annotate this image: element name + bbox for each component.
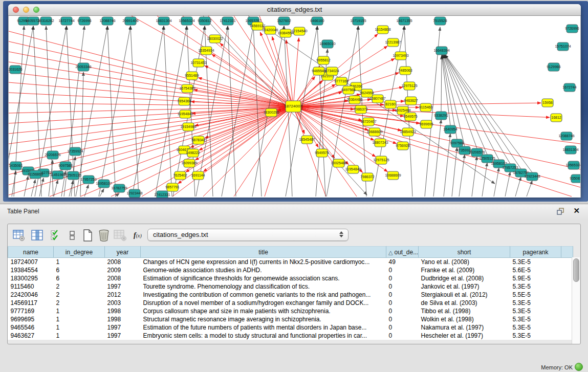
show-columns-icon[interactable] [30, 228, 45, 243]
cell-short[interactable]: Tibbo et al. (1998) [419, 307, 510, 315]
cell-out_degree[interactable]: 0 [386, 282, 419, 291]
graph-node-selected[interactable]: 7625402 [173, 171, 187, 180]
cell-in_degree[interactable]: 2 [54, 299, 105, 307]
graph-node[interactable]: 12088746 [558, 132, 574, 140]
cell-in_degree[interactable]: 2 [54, 282, 105, 291]
cell-title[interactable]: Estimation of the future numbers of pati… [141, 323, 386, 332]
table-row[interactable]: 946554611997Estimation of the future num… [8, 323, 573, 332]
graph-node[interactable]: 17412331 [154, 191, 170, 198]
window-titlebar[interactable]: citations_edges.txt [8, 4, 581, 16]
table-row[interactable]: 946362711997Embryonic stem cells: a mode… [8, 332, 573, 340]
cell-name[interactable]: 14569117 [8, 299, 54, 307]
cell-year[interactable]: 2009 [105, 266, 141, 274]
cell-short[interactable]: Hescheler et al. (1997) [419, 332, 510, 340]
graph-node-selected[interactable]: 6734024 [325, 67, 339, 75]
cell-out_degree[interactable]: 0 [386, 291, 419, 299]
cell-name[interactable]: 9777169 [8, 307, 54, 315]
cell-out_degree[interactable]: 49 [386, 258, 419, 267]
graph-node[interactable]: 15751074 [555, 42, 571, 51]
graph-node-selected[interactable]: 9549575 [403, 113, 417, 121]
graph-node-selected[interactable]: 16812 [551, 114, 562, 122]
graph-node-selected[interactable]: 9465546 [312, 67, 325, 75]
graph-node[interactable]: 1527602 [277, 17, 291, 25]
graph-node-selected[interactable]: 16754389 [179, 84, 195, 93]
table-selector-dropdown[interactable]: citations_edges.txt [147, 229, 349, 241]
graph-node-selected[interactable]: 10688609 [366, 128, 382, 136]
graph-node[interactable]: 9726996 [77, 17, 91, 25]
graph-node[interactable]: 7515528 [433, 17, 447, 25]
cell-year[interactable]: 2008 [105, 258, 141, 267]
cell-title[interactable]: Embryonic stem cells: a model to study s… [141, 332, 386, 340]
cell-out_degree[interactable]: 0 [386, 332, 419, 340]
graph-node[interactable]: 18831304 [156, 17, 171, 25]
graph-node[interactable]: 18831304 [562, 146, 578, 154]
cell-short[interactable]: Stergiakouli et al. (2012) [419, 291, 510, 299]
graph-node-selected[interactable]: 9115460 [419, 103, 433, 112]
graph-node[interactable]: 12088746 [99, 17, 115, 25]
graph-node[interactable]: 9097588 [58, 162, 72, 170]
graph-node-selected[interactable]: 15354934 [198, 47, 214, 55]
cell-out_degree[interactable]: 0 [386, 274, 419, 282]
graph-node[interactable]: 9350812 [198, 17, 211, 25]
graph-node-selected[interactable]: 7986372 [360, 173, 374, 181]
graph-node-selected[interactable]: 10731453 [190, 59, 206, 67]
cell-year[interactable]: 1998 [105, 307, 141, 315]
graph-node-selected[interactable]: 9756928 [396, 142, 409, 150]
graph-node-selected[interactable]: 9777169 [334, 77, 348, 85]
graph-node-selected[interactable]: 12154540 [291, 27, 307, 35]
graph-node[interactable]: 16965010 [319, 40, 335, 48]
cell-in_degree[interactable]: 2 [54, 291, 105, 299]
graph-node-selected[interactable]: 12975125 [401, 82, 417, 90]
graph-node[interactable]: 9350812 [570, 174, 580, 183]
graph-node-selected[interactable]: 18030022 [207, 35, 223, 43]
graph-node-selected[interactable]: 18807243 [372, 139, 388, 147]
select-columns-icon[interactable] [49, 228, 63, 243]
graph-node[interactable]: 9338291 [434, 112, 448, 120]
cell-out_degree[interactable]: 0 [386, 315, 419, 323]
graph-node-selected[interactable]: 3624554 [360, 89, 374, 97]
new-document-icon[interactable] [80, 228, 95, 243]
graph-node-selected[interactable]: 10973493 [393, 52, 408, 60]
graph-node-selected[interactable]: 12975125 [373, 156, 389, 164]
cell-in_degree[interactable]: 1 [54, 323, 105, 332]
table-row[interactable]: 1830029562008Estimation of significance … [8, 274, 573, 282]
cell-year[interactable]: 1997 [105, 323, 141, 332]
cell-name[interactable]: 18300295 [8, 274, 54, 282]
graph-node[interactable]: 12505135 [65, 171, 81, 180]
graph-node-selected[interactable]: 10688609 [385, 171, 401, 180]
graph-node[interactable]: 6466160 [310, 17, 324, 25]
graph-node[interactable]: 9129966 [547, 63, 560, 71]
graph-node[interactable]: 20316262 [38, 17, 54, 25]
cell-pagerank[interactable]: 5.3E-5 [510, 323, 561, 332]
graph-node-selected[interactable]: 18545487 [299, 136, 315, 144]
graph-node-selected[interactable]: 9463627 [404, 97, 418, 105]
cell-title[interactable]: Genome-wide association studies in ADHD. [141, 266, 386, 274]
graph-node-selected[interactable]: 18720407 [360, 118, 376, 126]
graph-node-selected[interactable]: 19384554 [277, 29, 293, 37]
cell-pagerank[interactable]: 5.3E-5 [510, 258, 561, 267]
graph-node-selected[interactable]: 18300295 [263, 108, 279, 117]
graph-node-selected[interactable]: 16099389 [181, 159, 197, 167]
cell-in_degree[interactable]: 1 [54, 315, 105, 323]
cell-name[interactable]: 19384554 [8, 266, 54, 274]
table-row[interactable]: 1872400712008Changes of HCN gene express… [8, 258, 573, 267]
cell-out_degree[interactable]: 0 [386, 323, 419, 332]
table-scrollbar-thumb[interactable] [573, 258, 579, 282]
cell-pagerank[interactable]: 5.3E-5 [510, 299, 561, 307]
cell-year[interactable]: 1997 [105, 282, 141, 291]
graph-node-selected[interactable]: 10025488 [331, 159, 346, 167]
graph-node[interactable]: 17412331 [220, 17, 235, 25]
graph-node[interactable]: 12923448 [524, 172, 540, 181]
column-header-out_de[interactable]: △out_de... [386, 247, 419, 258]
cell-pagerank[interactable]: 5.9E-5 [510, 274, 561, 282]
function-builder-icon[interactable]: f(x) [130, 228, 145, 243]
cell-title[interactable]: Corpus callosum shape and size in male p… [141, 307, 386, 315]
cell-name[interactable]: 9465546 [8, 323, 54, 332]
cell-title[interactable]: Investigating the contribution of common… [141, 291, 386, 299]
graph-node-selected[interactable]: 19154983 [180, 123, 196, 131]
column-header-year[interactable]: year [105, 247, 141, 258]
table-row[interactable]: 911546021997Tourette syndrome. Phenomeno… [8, 282, 573, 291]
cell-in_degree[interactable]: 1 [54, 258, 105, 267]
table-row[interactable]: 1456911722003Disruption of a novel membe… [8, 299, 573, 307]
column-header-in_degree[interactable]: in_degree [54, 247, 105, 258]
